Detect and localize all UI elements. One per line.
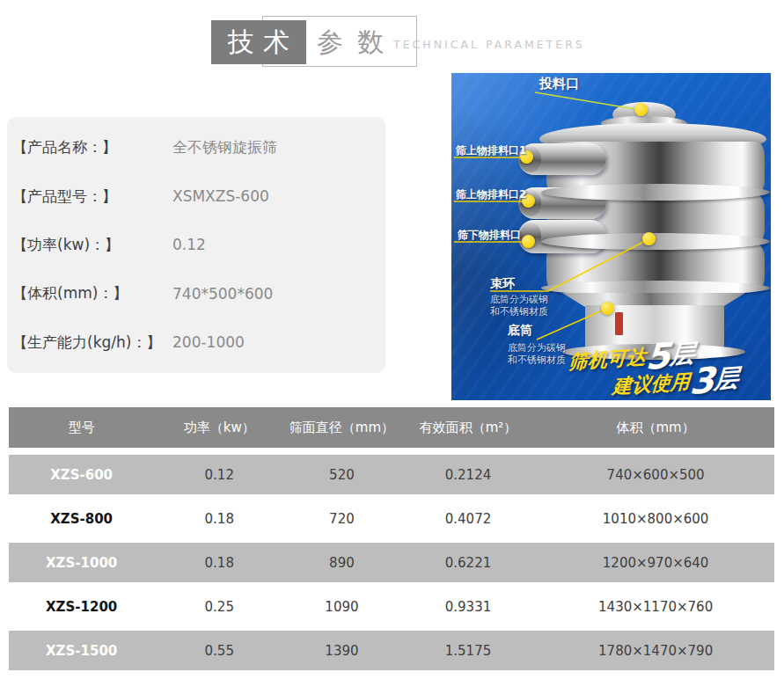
info-row-capacity: 【生产能力(kg/h)：】 200-1000 bbox=[12, 318, 380, 367]
col-header-volume: 体积（mm） bbox=[537, 420, 774, 436]
callout-base-note: 底筒分为碳钢 和不锈钢材质 bbox=[508, 342, 566, 367]
table-row: XZS-1200 0.25 1090 0.9331 1430×1170×760 bbox=[9, 587, 774, 626]
slogan2-prefix: 建议使用 bbox=[612, 370, 691, 398]
info-row-name: 【产品名称：】 全不锈钢旋振筛 bbox=[12, 123, 380, 172]
area-cell: 0.4072 bbox=[399, 511, 538, 527]
info-label: 【产品型号：】 bbox=[12, 186, 169, 207]
diameter-cell: 1090 bbox=[284, 599, 399, 615]
info-row-power: 【功率(kw)：】 0.12 bbox=[12, 221, 380, 269]
col-header-area: 有效面积（m²） bbox=[399, 420, 538, 436]
title-subtitle: TECHNICAL PARAMETERS bbox=[393, 38, 585, 51]
info-row-volume: 【体积(mm)：】 740*500*600 bbox=[12, 269, 380, 318]
volume-cell: 1010×800×600 bbox=[537, 511, 774, 527]
info-label: 【功率(kw)：】 bbox=[12, 235, 169, 255]
base-note-line1: 底筒分为碳钢 bbox=[508, 342, 566, 354]
area-cell: 0.2124 bbox=[399, 467, 538, 483]
area-cell: 1.5175 bbox=[399, 643, 538, 659]
area-cell: 0.6221 bbox=[399, 555, 538, 571]
product-image: 投料口 筛上物排料口1 筛上物排料口2 筛下物排料口 束环 底筒分为碳钢 和不锈… bbox=[451, 73, 771, 400]
clamp-note-line2: 和不锈钢材质 bbox=[490, 306, 548, 318]
diameter-cell: 520 bbox=[284, 467, 399, 483]
power-cell: 0.12 bbox=[154, 467, 284, 483]
machine-red-sticker bbox=[615, 312, 623, 335]
clamp-note-line1: 底筒分为碳钢 bbox=[490, 294, 548, 306]
diameter-cell: 1390 bbox=[284, 643, 399, 659]
col-header-diameter: 筛面直径（mm） bbox=[284, 420, 399, 436]
volume-cell: 1780×1470×790 bbox=[537, 643, 774, 659]
slogan2-suffix: 层 bbox=[714, 363, 740, 394]
power-cell: 0.18 bbox=[154, 555, 284, 571]
machine-rim-2 bbox=[541, 233, 770, 250]
power-cell: 0.18 bbox=[154, 511, 284, 527]
callout-dot-inlet bbox=[634, 103, 648, 116]
table-row: XZS-1000 0.18 890 0.6221 1200×970×640 bbox=[9, 543, 774, 582]
callout-inlet: 投料口 bbox=[539, 76, 579, 92]
col-header-model: 型号 bbox=[9, 420, 154, 436]
col-header-power: 功率（kw） bbox=[154, 420, 284, 436]
callout-clamp-ring: 束环 bbox=[490, 276, 515, 292]
spec-table: 型号 功率（kw） 筛面直径（mm） 有效面积（m²） 体积（mm） XZS-6… bbox=[9, 407, 774, 675]
model-cell: XZS-1500 bbox=[9, 643, 154, 659]
area-cell: 0.9331 bbox=[399, 599, 538, 615]
info-value: 全不锈钢旋振筛 bbox=[169, 137, 277, 157]
product-parameters-page: 技术 参数 TECHNICAL PARAMETERS 【产品名称：】 全不锈钢旋… bbox=[0, 0, 784, 694]
callout-undersize-outlet: 筛下物排料口 bbox=[458, 228, 521, 243]
volume-cell: 1200×970×640 bbox=[537, 555, 774, 571]
info-value: 200-1000 bbox=[169, 333, 245, 351]
info-label: 【体积(mm)：】 bbox=[12, 283, 169, 303]
title-left-text: 技术 bbox=[228, 25, 298, 61]
model-cell: XZS-600 bbox=[9, 467, 154, 483]
base-note-line2: 和不锈钢材质 bbox=[508, 354, 566, 367]
callout-oversize-outlet-2: 筛上物排料口2 bbox=[456, 187, 526, 202]
info-label: 【生产能力(kg/h)：】 bbox=[12, 332, 169, 353]
info-value: 0.12 bbox=[169, 236, 206, 253]
callout-oversize-outlet-1: 筛上物排料口1 bbox=[456, 143, 526, 158]
diameter-cell: 720 bbox=[284, 511, 399, 527]
title-left-box: 技术 bbox=[211, 20, 306, 64]
machine-rim-1 bbox=[541, 184, 770, 201]
callout-dot-base bbox=[601, 302, 614, 315]
info-value: 740*500*600 bbox=[169, 285, 273, 303]
table-row: XZS-600 0.12 520 0.2124 740×600×500 bbox=[9, 455, 774, 494]
volume-cell: 1430×1170×760 bbox=[537, 599, 774, 615]
slogan2-number: 3 bbox=[688, 360, 715, 400]
power-cell: 0.55 bbox=[154, 643, 284, 659]
table-row: XZS-1500 0.55 1390 1.5175 1780×1470×790 bbox=[9, 631, 774, 670]
info-row-model: 【产品型号：】 XSMXZS-600 bbox=[12, 172, 380, 220]
volume-cell: 740×600×500 bbox=[537, 467, 774, 483]
table-row: XZS-800 0.18 720 0.4072 1010×800×600 bbox=[9, 499, 774, 538]
table-header-row: 型号 功率（kw） 筛面直径（mm） 有效面积（m²） 体积（mm） bbox=[9, 407, 774, 448]
power-cell: 0.25 bbox=[154, 599, 284, 615]
model-cell: XZS-1200 bbox=[9, 599, 154, 615]
callout-dot-under bbox=[522, 235, 535, 248]
info-value: XSMXZS-600 bbox=[169, 187, 269, 205]
product-info-panel: 【产品名称：】 全不锈钢旋振筛 【产品型号：】 XSMXZS-600 【功率(k… bbox=[7, 117, 385, 373]
model-cell: XZS-1000 bbox=[9, 555, 154, 571]
model-cell: XZS-800 bbox=[9, 511, 154, 527]
title-right-text: 参数 bbox=[317, 25, 398, 61]
info-label: 【产品名称：】 bbox=[12, 137, 169, 157]
callout-base-cylinder: 底筒 bbox=[508, 323, 532, 339]
callout-dot-clamp bbox=[642, 232, 656, 245]
callout-clamp-note: 底筒分为碳钢 和不锈钢材质 bbox=[490, 294, 548, 318]
diameter-cell: 890 bbox=[284, 555, 399, 571]
